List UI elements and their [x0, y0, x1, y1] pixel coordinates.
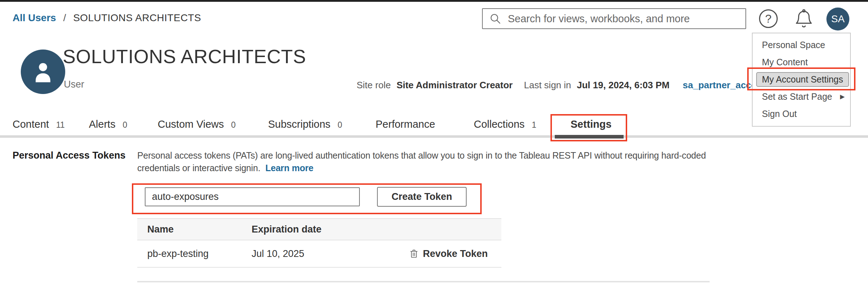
- pat-section-heading: Personal Access Tokens: [13, 150, 125, 161]
- person-icon: [29, 58, 57, 86]
- tab-label: Content: [13, 118, 49, 130]
- tab-label: Custom Views: [158, 118, 224, 130]
- tokens-table-header: Name Expiration date: [137, 218, 501, 240]
- tab-count: 0: [338, 120, 342, 130]
- last-sign-in-value: Jul 19, 2024, 6:03 PM: [577, 80, 670, 91]
- menu-item-label: Sign Out: [762, 109, 797, 119]
- tab-settings[interactable]: Settings: [571, 118, 611, 130]
- menu-item-my-account-settings[interactable]: My Account Settings: [753, 71, 850, 88]
- token-row: pb-exp-testing Jul 10, 2025 Revoke Token: [137, 240, 501, 268]
- submenu-arrow-icon: ▶: [840, 93, 845, 100]
- tab-content[interactable]: Content 11: [13, 118, 65, 130]
- profile-subtitle: User: [64, 79, 84, 90]
- tab-collections[interactable]: Collections 1: [474, 118, 536, 130]
- tab-count: 0: [123, 120, 127, 130]
- token-expiration-cell: Jul 10, 2025: [252, 248, 304, 259]
- tabs-divider: [0, 135, 868, 138]
- pat-description: Personal access tokens (PATs) are long-l…: [137, 149, 800, 174]
- help-button[interactable]: ?: [759, 9, 778, 28]
- create-token-button[interactable]: Create Token: [377, 187, 467, 207]
- tab-custom-views[interactable]: Custom Views 0: [158, 118, 236, 130]
- profile-avatar: [21, 50, 65, 94]
- search-icon: [489, 13, 501, 25]
- site-role-value: Site Administrator Creator: [396, 80, 512, 91]
- search-box: [482, 8, 746, 29]
- last-sign-in-label: Last sign in: [524, 80, 571, 91]
- user-avatar-button[interactable]: SA: [826, 8, 849, 30]
- tokens-table: Name Expiration date pb-exp-testing Jul …: [137, 218, 501, 268]
- tab-alerts[interactable]: Alerts 0: [89, 118, 127, 130]
- menu-item-sign-out[interactable]: Sign Out: [753, 105, 850, 122]
- token-name-input[interactable]: [145, 187, 360, 206]
- tab-performance[interactable]: Performance: [376, 118, 435, 130]
- help-icon: ?: [765, 12, 772, 25]
- top-border-bar: [0, 0, 868, 2]
- breadcrumb-all-users-link[interactable]: All Users: [13, 12, 56, 24]
- breadcrumb: All Users / SOLUTIONS ARCHITECTS: [13, 12, 201, 24]
- menu-item-label: Personal Space: [762, 40, 825, 50]
- notifications-bell-icon[interactable]: [793, 8, 814, 29]
- site-role: Site role Site Administrator Creator: [357, 80, 513, 91]
- revoke-token-label: Revoke Token: [423, 248, 488, 259]
- token-name-cell: pb-exp-testing: [137, 248, 252, 259]
- tab-count: 0: [231, 120, 236, 130]
- tableau-user-settings-page: All Users / SOLUTIONS ARCHITECTS ? SA SO…: [0, 0, 868, 305]
- avatar-initials: SA: [831, 13, 844, 25]
- menu-item-personal-space[interactable]: Personal Space: [753, 36, 850, 53]
- tab-count: 1: [532, 120, 536, 130]
- tab-label: Settings: [571, 118, 611, 130]
- trash-icon: [409, 249, 419, 259]
- tab-label: Subscriptions: [268, 118, 330, 130]
- tab-subscriptions[interactable]: Subscriptions 0: [268, 118, 342, 130]
- menu-item-set-as-start-page[interactable]: Set as Start Page ▶: [753, 88, 850, 105]
- selected-tab-underline: [555, 135, 624, 139]
- section-divider: [137, 281, 710, 282]
- tab-label: Collections: [474, 118, 525, 130]
- menu-item-label: Set as Start Page: [762, 92, 832, 102]
- account-dropdown-menu: Personal Space My Content My Account Set…: [752, 33, 851, 127]
- pat-description-line2: credentials or interactive signin.: [137, 163, 260, 173]
- last-sign-in: Last sign in Jul 19, 2024, 6:03 PM: [524, 80, 669, 91]
- menu-item-my-content[interactable]: My Content: [753, 53, 850, 71]
- tab-label: Alerts: [89, 118, 115, 130]
- revoke-token-button[interactable]: Revoke Token: [409, 248, 501, 259]
- learn-more-link[interactable]: Learn more: [265, 163, 313, 173]
- breadcrumb-separator: /: [63, 12, 66, 24]
- partner-account-link[interactable]: sa_partner_accou: [683, 80, 763, 91]
- column-header-expiration: Expiration date: [252, 224, 321, 235]
- menu-item-label: My Account Settings: [756, 72, 849, 87]
- tab-label: Performance: [376, 118, 435, 130]
- column-header-name: Name: [137, 224, 252, 235]
- pat-description-line1: Personal access tokens (PATs) are long-l…: [137, 150, 706, 160]
- breadcrumb-current: SOLUTIONS ARCHITECTS: [73, 12, 201, 24]
- site-role-label: Site role: [357, 80, 391, 91]
- page-title: SOLUTIONS ARCHITECTS: [63, 45, 306, 67]
- tab-count: 11: [56, 120, 65, 130]
- menu-item-label: My Content: [762, 57, 808, 67]
- search-input[interactable]: [507, 13, 739, 25]
